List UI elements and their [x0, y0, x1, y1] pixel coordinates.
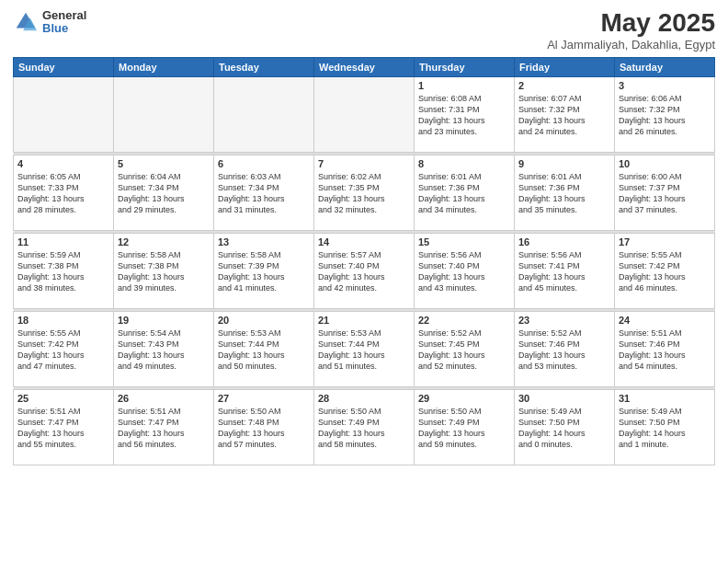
day-info: Sunrise: 5:49 AM Sunset: 7:50 PM Dayligh… [518, 406, 610, 451]
day-cell: 27Sunrise: 5:50 AM Sunset: 7:48 PM Dayli… [214, 389, 314, 465]
day-cell: 26Sunrise: 5:51 AM Sunset: 7:47 PM Dayli… [114, 389, 214, 465]
day-number: 31 [619, 393, 711, 404]
day-info: Sunrise: 5:56 AM Sunset: 7:40 PM Dayligh… [418, 249, 510, 294]
day-number: 17 [619, 236, 711, 247]
day-info: Sunrise: 5:53 AM Sunset: 7:44 PM Dayligh… [218, 327, 310, 373]
day-info: Sunrise: 5:55 AM Sunset: 7:42 PM Dayligh… [17, 327, 109, 373]
day-cell: 6Sunrise: 6:03 AM Sunset: 7:34 PM Daylig… [214, 155, 314, 230]
day-number: 5 [118, 158, 210, 169]
header: General Blue May 2025 Al Jammaliyah, Dak… [13, 9, 715, 52]
calendar-table: SundayMondayTuesdayWednesdayThursdayFrid… [13, 57, 715, 465]
day-cell [114, 76, 214, 152]
day-cell: 7Sunrise: 6:02 AM Sunset: 7:35 PM Daylig… [314, 155, 415, 230]
day-cell: 28Sunrise: 5:50 AM Sunset: 7:49 PM Dayli… [314, 389, 415, 465]
day-number: 19 [118, 315, 210, 326]
day-number: 21 [318, 315, 410, 326]
day-cell: 2Sunrise: 6:07 AM Sunset: 7:32 PM Daylig… [515, 76, 615, 152]
logo-blue-text: Blue [42, 22, 86, 35]
day-cell: 19Sunrise: 5:54 AM Sunset: 7:43 PM Dayli… [114, 311, 214, 386]
day-info: Sunrise: 6:00 AM Sunset: 7:37 PM Dayligh… [619, 171, 711, 216]
day-info: Sunrise: 5:57 AM Sunset: 7:40 PM Dayligh… [318, 249, 410, 294]
day-number: 2 [518, 80, 610, 91]
day-cell [14, 76, 114, 152]
day-info: Sunrise: 5:52 AM Sunset: 7:46 PM Dayligh… [518, 327, 610, 373]
day-cell [214, 76, 314, 152]
day-info: Sunrise: 5:51 AM Sunset: 7:46 PM Dayligh… [619, 327, 711, 373]
day-cell: 24Sunrise: 5:51 AM Sunset: 7:46 PM Dayli… [615, 311, 715, 386]
day-number: 27 [218, 393, 310, 404]
day-cell: 8Sunrise: 6:01 AM Sunset: 7:36 PM Daylig… [415, 155, 515, 230]
col-header-friday: Friday [515, 57, 615, 76]
day-cell [314, 76, 415, 152]
day-info: Sunrise: 6:05 AM Sunset: 7:33 PM Dayligh… [17, 171, 109, 216]
day-number: 11 [17, 236, 109, 247]
day-cell: 21Sunrise: 5:53 AM Sunset: 7:44 PM Dayli… [314, 311, 415, 386]
day-cell: 23Sunrise: 5:52 AM Sunset: 7:46 PM Dayli… [515, 311, 615, 386]
day-info: Sunrise: 5:51 AM Sunset: 7:47 PM Dayligh… [118, 406, 210, 451]
day-info: Sunrise: 6:06 AM Sunset: 7:32 PM Dayligh… [619, 93, 711, 138]
col-header-thursday: Thursday [415, 57, 515, 76]
day-info: Sunrise: 5:50 AM Sunset: 7:49 PM Dayligh… [418, 406, 510, 451]
day-cell: 4Sunrise: 6:05 AM Sunset: 7:33 PM Daylig… [14, 155, 114, 230]
day-info: Sunrise: 6:04 AM Sunset: 7:34 PM Dayligh… [118, 171, 210, 216]
day-cell: 20Sunrise: 5:53 AM Sunset: 7:44 PM Dayli… [214, 311, 314, 386]
day-number: 12 [118, 236, 210, 247]
day-number: 1 [418, 80, 510, 91]
week-row-3: 11Sunrise: 5:59 AM Sunset: 7:38 PM Dayli… [14, 233, 715, 308]
day-info: Sunrise: 5:59 AM Sunset: 7:38 PM Dayligh… [17, 249, 109, 294]
day-cell: 3Sunrise: 6:06 AM Sunset: 7:32 PM Daylig… [615, 76, 715, 152]
logo: General Blue [13, 9, 86, 36]
day-number: 9 [518, 158, 610, 169]
day-number: 24 [619, 315, 711, 326]
day-number: 18 [17, 315, 109, 326]
day-number: 30 [518, 393, 610, 404]
day-info: Sunrise: 5:51 AM Sunset: 7:47 PM Dayligh… [17, 406, 109, 451]
day-cell: 14Sunrise: 5:57 AM Sunset: 7:40 PM Dayli… [314, 233, 415, 308]
calendar-subtitle: Al Jammaliyah, Dakahlia, Egypt [547, 38, 715, 52]
day-number: 29 [418, 393, 510, 404]
day-number: 6 [218, 158, 310, 169]
day-number: 3 [619, 80, 711, 91]
day-info: Sunrise: 5:55 AM Sunset: 7:42 PM Dayligh… [619, 249, 711, 294]
col-header-wednesday: Wednesday [314, 57, 415, 76]
logo-text: General Blue [42, 9, 86, 36]
week-row-1: 1Sunrise: 6:08 AM Sunset: 7:31 PM Daylig… [14, 76, 715, 152]
day-number: 25 [17, 393, 109, 404]
day-number: 20 [218, 315, 310, 326]
day-info: Sunrise: 6:03 AM Sunset: 7:34 PM Dayligh… [218, 171, 310, 216]
day-cell: 10Sunrise: 6:00 AM Sunset: 7:37 PM Dayli… [615, 155, 715, 230]
week-row-4: 18Sunrise: 5:55 AM Sunset: 7:42 PM Dayli… [14, 311, 715, 386]
day-info: Sunrise: 6:01 AM Sunset: 7:36 PM Dayligh… [518, 171, 610, 216]
day-number: 13 [218, 236, 310, 247]
day-cell: 5Sunrise: 6:04 AM Sunset: 7:34 PM Daylig… [114, 155, 214, 230]
day-cell: 16Sunrise: 5:56 AM Sunset: 7:41 PM Dayli… [515, 233, 615, 308]
day-info: Sunrise: 5:52 AM Sunset: 7:45 PM Dayligh… [418, 327, 510, 373]
col-header-monday: Monday [114, 57, 214, 76]
day-number: 26 [118, 393, 210, 404]
day-number: 16 [518, 236, 610, 247]
day-cell: 1Sunrise: 6:08 AM Sunset: 7:31 PM Daylig… [415, 76, 515, 152]
day-cell: 31Sunrise: 5:49 AM Sunset: 7:50 PM Dayli… [615, 389, 715, 465]
calendar-title: May 2025 [547, 9, 715, 38]
day-cell: 30Sunrise: 5:49 AM Sunset: 7:50 PM Dayli… [515, 389, 615, 465]
day-info: Sunrise: 6:01 AM Sunset: 7:36 PM Dayligh… [418, 171, 510, 216]
day-cell: 11Sunrise: 5:59 AM Sunset: 7:38 PM Dayli… [14, 233, 114, 308]
logo-icon [13, 9, 39, 35]
day-info: Sunrise: 5:58 AM Sunset: 7:38 PM Dayligh… [118, 249, 210, 294]
logo-general-text: General [42, 9, 86, 22]
day-info: Sunrise: 5:53 AM Sunset: 7:44 PM Dayligh… [318, 327, 410, 373]
day-number: 7 [318, 158, 410, 169]
day-cell: 15Sunrise: 5:56 AM Sunset: 7:40 PM Dayli… [415, 233, 515, 308]
day-cell: 29Sunrise: 5:50 AM Sunset: 7:49 PM Dayli… [415, 389, 515, 465]
day-info: Sunrise: 6:02 AM Sunset: 7:35 PM Dayligh… [318, 171, 410, 216]
day-number: 15 [418, 236, 510, 247]
col-header-saturday: Saturday [615, 57, 715, 76]
day-number: 14 [318, 236, 410, 247]
day-cell: 13Sunrise: 5:58 AM Sunset: 7:39 PM Dayli… [214, 233, 314, 308]
day-cell: 22Sunrise: 5:52 AM Sunset: 7:45 PM Dayli… [415, 311, 515, 386]
day-cell: 9Sunrise: 6:01 AM Sunset: 7:36 PM Daylig… [515, 155, 615, 230]
day-number: 8 [418, 158, 510, 169]
day-info: Sunrise: 5:49 AM Sunset: 7:50 PM Dayligh… [619, 406, 711, 451]
day-cell: 12Sunrise: 5:58 AM Sunset: 7:38 PM Dayli… [114, 233, 214, 308]
day-info: Sunrise: 6:07 AM Sunset: 7:32 PM Dayligh… [518, 93, 610, 138]
